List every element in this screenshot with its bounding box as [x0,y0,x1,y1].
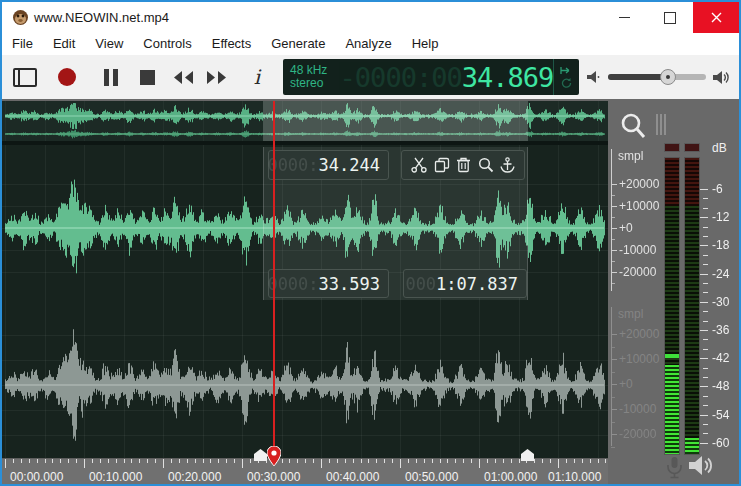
scale-tick-minor [611,422,615,423]
db-tick-minor [703,236,708,237]
time-display[interactable]: 48 kHz stereo -0000:0034.869 [283,59,579,95]
scale-value-label: -20000 [619,427,656,441]
ruler-label: 00:10.000 [89,470,142,484]
time-value: 34.869 [462,62,554,93]
volume-max-button[interactable] [710,55,734,99]
scale-value-label: +0 [619,377,633,391]
rewind-button[interactable] [166,55,200,99]
speaker-low-icon [587,70,602,84]
menu-help[interactable]: Help [402,33,449,55]
db-tick-minor [703,405,708,406]
db-tick-major [700,358,708,359]
fast-forward-icon [206,70,228,85]
panel-toggle-button[interactable] [10,55,40,99]
db-tick-minor [703,292,708,293]
panel-grip-handle[interactable] [656,114,666,135]
scale-tick [611,250,617,251]
selection-length-ghost: 0000: [267,155,318,175]
scale-tick-minor [611,239,615,240]
info-button[interactable]: i [244,55,270,99]
db-value-label: -24 [712,267,729,281]
maximize-icon [664,12,676,24]
zoom-tool-icon[interactable] [618,111,648,141]
main-toolbar: i 48 kHz stereo -0000:0034.869 [2,55,739,100]
db-tick-minor [703,339,708,340]
menu-analyze[interactable]: Analyze [335,33,401,55]
ruler-label: 00:20.000 [168,470,221,484]
level-meter-right [684,157,700,455]
time-ghost-digits: -0000:00 [340,62,462,93]
playhead-pin[interactable] [267,446,281,466]
meter-panel: smpl+20000+10000+0-10000-20000 smpl+2000… [608,99,739,484]
db-tick-major [700,386,708,387]
db-tick-minor [703,264,708,265]
ruler-label: 00:00.000 [10,470,63,484]
loop-icon[interactable] [561,78,572,88]
playhead-line[interactable] [273,101,275,458]
delete-icon[interactable] [456,157,471,173]
scale-tick-minor [611,283,615,284]
record-icon [58,68,76,86]
volume-slider[interactable] [608,74,706,80]
selection-start-ghost: 0000: [267,274,318,294]
record-button[interactable] [52,55,82,99]
channels-label: stereo [290,77,340,90]
overview-selection-highlight[interactable] [263,101,528,141]
menu-controls[interactable]: Controls [133,33,201,55]
db-tick-minor [703,283,708,284]
selection-length-value: 34.244 [319,155,380,175]
pause-icon [104,69,109,86]
db-tick-major [700,330,708,331]
display-mode-icons [553,59,579,95]
follow-playhead-icon[interactable] [560,66,573,75]
ruler-label: 00:40.000 [326,470,379,484]
db-tick-minor [703,424,708,425]
monitor-speaker-icon[interactable] [688,455,714,476]
stop-button[interactable] [132,55,162,99]
db-tick-minor [703,349,708,350]
microphone-icon[interactable] [666,456,683,479]
db-tick-major [700,443,708,444]
db-tick-minor [703,368,708,369]
db-value-label: -30 [712,295,729,309]
minimize-button[interactable] [601,2,647,33]
menu-edit[interactable]: Edit [43,33,85,55]
rewind-icon [172,70,194,85]
scale-tick-minor [611,447,615,448]
db-tick-major [700,415,708,416]
db-value-label: -18 [712,238,729,252]
maximize-button[interactable] [647,2,693,33]
db-tick-major [700,302,708,303]
time-readout: -0000:0034.869 [340,59,554,95]
db-tick-major [700,189,708,190]
scale-tick [611,228,617,229]
zoom-selection-icon[interactable] [478,157,494,173]
scale-value-label: +10000 [619,352,659,366]
close-button[interactable] [693,2,739,33]
copy-icon[interactable] [434,157,450,173]
scale-value-label: +10000 [619,199,659,213]
db-value-label: -42 [712,351,729,365]
selection-start-box: 0000:33.593 [268,269,389,298]
db-tick-minor [703,377,708,378]
menu-effects[interactable]: Effects [202,33,262,55]
close-icon [711,12,722,23]
scale-tick [611,206,617,207]
scale-tick [611,434,617,435]
menu-view[interactable]: View [85,33,133,55]
menu-generate[interactable]: Generate [261,33,335,55]
time-ruler[interactable]: 00:00.00000:10.00000:20.00000:30.00000:4… [2,458,608,484]
pause-button[interactable] [96,55,126,99]
volume-min-button[interactable] [584,55,604,99]
scale-value-label: -10000 [619,243,656,257]
fast-forward-button[interactable] [200,55,234,99]
db-tick-major [700,245,708,246]
scale-tick-minor [611,397,615,398]
db-tick-major [700,274,708,275]
volume-slider-knob[interactable] [660,69,676,85]
anchor-icon[interactable] [500,157,515,173]
cut-icon[interactable] [411,157,427,173]
menu-file[interactable]: File [2,33,43,55]
app-window: www.NEOWIN.net.mp4 FileEditViewControlsE… [0,0,741,486]
db-tick-minor [703,311,708,312]
